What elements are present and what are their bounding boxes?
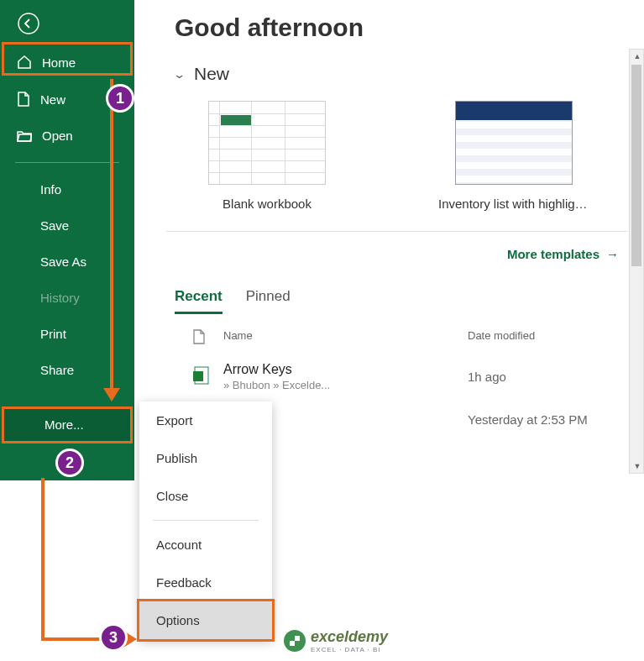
- svg-point-4: [18, 13, 39, 34]
- template-blank-workbook[interactable]: Blank workbook: [191, 101, 343, 211]
- annotation-badge-2: 2: [55, 449, 84, 477]
- watermark: exceldemy EXCEL · DATA · BI: [284, 628, 388, 653]
- file-list-header: Name Date modified: [175, 314, 627, 355]
- menu-options-label: Options: [156, 613, 200, 627]
- divider: [166, 231, 627, 232]
- nav-print[interactable]: Print: [0, 316, 134, 352]
- nav-history-label: History: [40, 291, 80, 305]
- menu-publish[interactable]: Publish: [139, 439, 272, 477]
- template-thumb-blank: [208, 101, 326, 185]
- home-icon: [17, 55, 32, 70]
- file-title: Arrow Keys: [223, 362, 468, 377]
- badge-3-text: 3: [109, 629, 118, 647]
- nav-print-label: Print: [40, 327, 66, 341]
- scroll-up-icon[interactable]: ▲: [630, 50, 644, 63]
- menu-publish-label: Publish: [156, 451, 197, 465]
- svg-rect-6: [193, 371, 203, 381]
- nav-history: History: [0, 280, 134, 316]
- nav-new-label: New: [40, 92, 65, 107]
- svg-rect-8: [290, 636, 295, 641]
- scroll-thumb[interactable]: [631, 65, 641, 266]
- nav-saveas[interactable]: Save As: [0, 244, 134, 280]
- more-templates-link[interactable]: More templates →: [175, 247, 619, 261]
- chevron-down-icon: ⌄: [173, 68, 186, 81]
- annotation-arrow-1: [110, 79, 113, 391]
- menu-account-label: Account: [156, 538, 202, 552]
- nav-save-label: Save: [40, 218, 69, 233]
- menu-close-label: Close: [156, 489, 188, 503]
- file-path: » Bhubon » Excelde...: [223, 379, 468, 391]
- col-date: Date modified: [468, 329, 627, 347]
- greeting-title: Good afternoon: [175, 13, 627, 42]
- new-section-title: New: [194, 64, 229, 84]
- scroll-down-icon[interactable]: ▼: [630, 459, 644, 473]
- nav-share[interactable]: Share: [0, 352, 134, 388]
- menu-account[interactable]: Account: [139, 526, 272, 564]
- file-row[interactable]: Arrow Keys » Bhubon » Excelde... 1h ago: [175, 355, 627, 398]
- menu-export-label: Export: [156, 413, 192, 428]
- annotation-arrow-2v: [41, 478, 45, 639]
- nav-info[interactable]: Info: [0, 171, 134, 207]
- nav-share-label: Share: [40, 363, 74, 377]
- badge-1-text: 1: [116, 90, 124, 108]
- annotation-badge-3: 3: [99, 623, 128, 652]
- template-gallery: Blank workbook Inventory list with highl…: [191, 101, 627, 211]
- tab-recent-label: Recent: [175, 288, 223, 304]
- more-templates-label: More templates: [507, 247, 599, 261]
- back-button[interactable]: [12, 7, 45, 40]
- excel-file-icon: [193, 366, 210, 385]
- template-inventory-list[interactable]: Inventory list with highlighti…: [438, 101, 589, 211]
- vertical-scrollbar[interactable]: ▲ ▼: [629, 49, 644, 474]
- col-name: Name: [223, 329, 468, 347]
- nav-home-label: Home: [42, 55, 76, 70]
- new-section-header[interactable]: ⌄ New: [175, 64, 627, 84]
- template-label: Blank workbook: [191, 197, 343, 211]
- annotation-badge-1: 1: [106, 84, 134, 113]
- watermark-logo-icon: [284, 630, 306, 652]
- nav-save[interactable]: Save: [0, 207, 134, 244]
- watermark-name: exceldemy: [311, 628, 388, 646]
- menu-options[interactable]: Options: [137, 599, 275, 642]
- nav-open[interactable]: Open: [0, 118, 134, 154]
- new-file-icon: [17, 92, 30, 107]
- watermark-tagline: EXCEL · DATA · BI: [311, 646, 388, 653]
- nav-more[interactable]: More...: [2, 407, 133, 443]
- template-thumb-inventory: [455, 101, 573, 185]
- annotation-arrowhead-1: [103, 388, 120, 401]
- template-label: Inventory list with highlighti…: [438, 197, 589, 211]
- menu-close[interactable]: Close: [139, 477, 272, 515]
- more-menu: Export Publish Close Account Feedback Op…: [139, 401, 272, 639]
- recent-pinned-tabs: Recent Pinned: [175, 288, 627, 314]
- badge-2-text: 2: [65, 454, 74, 472]
- nav-more-label: More...: [45, 417, 84, 432]
- svg-rect-9: [295, 641, 300, 646]
- tab-pinned[interactable]: Pinned: [246, 288, 291, 314]
- nav-divider: [15, 162, 119, 163]
- menu-feedback-label: Feedback: [156, 575, 212, 590]
- folder-open-icon: [17, 129, 32, 143]
- tab-recent[interactable]: Recent: [175, 288, 223, 314]
- file-icon: [193, 329, 205, 344]
- menu-divider: [153, 520, 259, 521]
- nav-home[interactable]: Home: [0, 44, 134, 81]
- file-date: 1h ago: [468, 370, 627, 384]
- file-date: Yesterday at 2:53 PM: [468, 412, 627, 427]
- nav-saveas-label: Save As: [40, 254, 86, 269]
- menu-feedback[interactable]: Feedback: [139, 564, 272, 601]
- nav-info-label: Info: [40, 182, 61, 197]
- menu-export[interactable]: Export: [139, 401, 272, 439]
- arrow-right-icon: →: [606, 247, 619, 261]
- nav-open-label: Open: [42, 129, 73, 143]
- tab-pinned-label: Pinned: [246, 288, 291, 304]
